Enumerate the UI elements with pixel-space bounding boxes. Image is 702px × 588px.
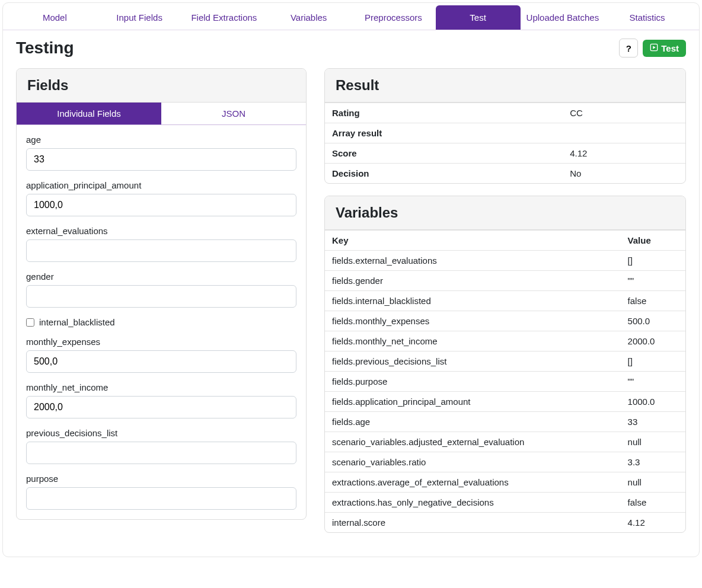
fields-subtabs: Individual Fields JSON xyxy=(17,103,306,125)
result-label-decision: Decision xyxy=(325,164,563,184)
field-label-monthly-expenses: monthly_expenses xyxy=(26,337,296,347)
title-bar: Testing ? Test xyxy=(3,30,699,66)
field-label-previous-decisions-list: previous_decisions_list xyxy=(26,428,296,438)
play-icon xyxy=(650,43,658,53)
variables-value: 4.12 xyxy=(621,513,685,533)
fields-card-title: Fields xyxy=(17,69,306,103)
result-value-array-result xyxy=(563,123,685,143)
variables-value: 500.0 xyxy=(621,311,685,331)
result-table: Rating CC Array result Score 4.12 Dec xyxy=(325,103,685,183)
variables-key: fields.gender xyxy=(325,271,621,291)
variables-value: 1000.0 xyxy=(621,392,685,412)
variables-row: fields.monthly_net_income2000.0 xyxy=(325,331,685,351)
variables-value: "" xyxy=(621,372,685,392)
input-external-evaluations[interactable] xyxy=(26,239,296,262)
variables-row: fields.external_evaluations[] xyxy=(325,251,685,271)
input-gender[interactable] xyxy=(26,285,296,308)
field-label-monthly-net-income: monthly_net_income xyxy=(26,382,296,392)
variables-key: fields.monthly_expenses xyxy=(325,311,621,331)
input-monthly-net-income[interactable] xyxy=(26,396,296,418)
field-monthly-net-income: monthly_net_income xyxy=(26,382,296,418)
fields-card: Fields Individual Fields JSON age applic… xyxy=(16,68,307,520)
variables-row: fields.previous_decisions_list[] xyxy=(325,351,685,372)
field-label-purpose: purpose xyxy=(26,474,296,484)
main-tabs: ModelInput FieldsField ExtractionsVariab… xyxy=(3,3,699,30)
variables-key: extractions.average_of_external_evaluati… xyxy=(325,472,621,493)
variables-row: fields.internal_blacklistedfalse xyxy=(325,291,685,311)
tab-uploaded-batches[interactable]: Uploaded Batches xyxy=(521,5,605,30)
variables-row: extractions.has_only_negative_decisionsf… xyxy=(325,493,685,513)
input-application-principal-amount[interactable] xyxy=(26,194,296,216)
result-card: Result Rating CC Array result Score xyxy=(324,68,686,184)
test-button-label: Test xyxy=(661,43,679,53)
result-row-rating: Rating CC xyxy=(325,103,685,123)
variables-value: null xyxy=(621,432,685,452)
field-gender: gender xyxy=(26,271,296,308)
variables-key: fields.monthly_net_income xyxy=(325,331,621,351)
variables-value: false xyxy=(621,291,685,311)
tab-test[interactable]: Test xyxy=(436,5,521,30)
field-application-principal-amount: application_principal_amount xyxy=(26,180,296,216)
variables-key: internal.score xyxy=(325,513,621,533)
app-window: ModelInput FieldsField ExtractionsVariab… xyxy=(2,2,700,557)
variables-value: 33 xyxy=(621,412,685,432)
variables-key: extractions.has_only_negative_decisions xyxy=(325,493,621,513)
test-button[interactable]: Test xyxy=(643,40,686,57)
result-value-decision: No xyxy=(563,164,685,184)
variables-key: fields.purpose xyxy=(325,372,621,392)
checkbox-internal-blacklisted[interactable] xyxy=(26,318,34,327)
variables-table: Key Value fields.external_evaluations[]f… xyxy=(325,230,685,532)
tab-variables[interactable]: Variables xyxy=(266,5,351,30)
field-external-evaluations: external_evaluations xyxy=(26,226,296,262)
variables-value: false xyxy=(621,493,685,513)
variables-key: fields.age xyxy=(325,412,621,432)
variables-row: scenario_variables.ratio3.3 xyxy=(325,452,685,472)
variables-row: fields.monthly_expenses500.0 xyxy=(325,311,685,331)
field-internal-blacklisted: internal_blacklisted xyxy=(26,317,296,327)
help-button[interactable]: ? xyxy=(619,39,638,57)
input-previous-decisions-list[interactable] xyxy=(26,442,296,464)
variables-row: scenario_variables.adjusted_external_eva… xyxy=(325,432,685,452)
variables-row: fields.purpose"" xyxy=(325,372,685,392)
tab-input-fields[interactable]: Input Fields xyxy=(97,5,182,30)
fields-body: age application_principal_amount externa… xyxy=(17,125,306,519)
input-age[interactable] xyxy=(26,148,296,171)
field-age: age xyxy=(26,135,296,171)
result-value-rating: CC xyxy=(563,103,685,123)
field-label-application-principal-amount: application_principal_amount xyxy=(26,180,296,190)
variables-key: fields.previous_decisions_list xyxy=(325,351,621,372)
variables-key: scenario_variables.ratio xyxy=(325,452,621,472)
subtab-individual-fields[interactable]: Individual Fields xyxy=(17,103,161,124)
field-label-external-evaluations: external_evaluations xyxy=(26,226,296,236)
variables-card-title: Variables xyxy=(325,196,685,230)
result-card-title: Result xyxy=(325,69,685,103)
tab-model[interactable]: Model xyxy=(12,5,97,30)
variables-row: fields.application_principal_amount1000.… xyxy=(325,392,685,412)
variables-key: scenario_variables.adjusted_external_eva… xyxy=(325,432,621,452)
right-column: Result Rating CC Array result Score xyxy=(324,68,686,545)
field-label-gender: gender xyxy=(26,271,296,282)
result-row-array-result: Array result xyxy=(325,123,685,143)
input-purpose[interactable] xyxy=(26,487,296,510)
page-title: Testing xyxy=(16,39,619,57)
tab-preprocessors[interactable]: Preprocessors xyxy=(351,5,436,30)
result-label-rating: Rating xyxy=(325,103,563,123)
result-label-score: Score xyxy=(325,143,563,164)
variables-value: "" xyxy=(621,271,685,291)
left-column: Fields Individual Fields JSON age applic… xyxy=(16,68,307,545)
variables-row: internal.score4.12 xyxy=(325,513,685,533)
subtab-json[interactable]: JSON xyxy=(161,103,306,124)
field-monthly-expenses: monthly_expenses xyxy=(26,337,296,373)
variables-header-key: Key xyxy=(325,231,621,251)
variables-key: fields.internal_blacklisted xyxy=(325,291,621,311)
variables-value: [] xyxy=(621,251,685,271)
variables-key: fields.application_principal_amount xyxy=(325,392,621,412)
tab-statistics[interactable]: Statistics xyxy=(605,5,690,30)
variables-card: Variables Key Value fields.external_eval… xyxy=(324,196,686,533)
result-value-score: 4.12 xyxy=(563,143,685,164)
variables-row: extractions.average_of_external_evaluati… xyxy=(325,472,685,493)
content-columns: Fields Individual Fields JSON age applic… xyxy=(3,66,699,557)
tab-field-extractions[interactable]: Field Extractions xyxy=(182,5,267,30)
input-monthly-expenses[interactable] xyxy=(26,350,296,373)
result-row-score: Score 4.12 xyxy=(325,143,685,164)
